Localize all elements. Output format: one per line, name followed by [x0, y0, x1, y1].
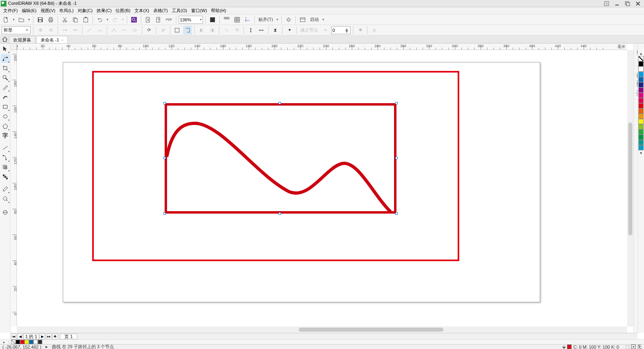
- export-button[interactable]: [154, 15, 163, 24]
- close-curve-button[interactable]: ◐: [197, 26, 206, 35]
- color-swatch[interactable]: [638, 135, 644, 140]
- open-button[interactable]: [17, 15, 26, 24]
- symmetric-node-button[interactable]: [130, 26, 139, 35]
- cusp-node-button[interactable]: [109, 26, 118, 35]
- show-guidelines-button[interactable]: [243, 15, 252, 24]
- align-nodes-h-button[interactable]: [246, 26, 255, 35]
- close-button[interactable]: [634, 1, 642, 6]
- align-nodes-v-button[interactable]: [257, 26, 266, 35]
- color-swatch[interactable]: [638, 103, 644, 108]
- color-swatch[interactable]: [20, 340, 25, 344]
- selection-handle[interactable]: [163, 157, 166, 159]
- selection-handle[interactable]: [395, 212, 398, 215]
- save-button[interactable]: [36, 15, 45, 24]
- redo-button[interactable]: [111, 15, 120, 24]
- color-swatch[interactable]: [638, 114, 644, 119]
- elastic-mode-button[interactable]: ⟳: [144, 26, 153, 35]
- ellipse-tool[interactable]: [1, 112, 10, 121]
- parallel-dimension-tool[interactable]: [1, 143, 10, 152]
- rectangle-tool[interactable]: [1, 102, 10, 111]
- reflect-nodes-button[interactable]: ⧗: [271, 26, 280, 35]
- show-grid-button[interactable]: [233, 15, 242, 24]
- to-line-button[interactable]: [85, 26, 94, 35]
- maximize-button[interactable]: [624, 1, 631, 6]
- join-nodes-button[interactable]: ⊶: [60, 26, 69, 35]
- connector-tool[interactable]: [1, 153, 10, 162]
- help-context-icon[interactable]: ?: [603, 1, 610, 6]
- drop-shadow-tool[interactable]: [1, 163, 10, 172]
- palette-down-icon[interactable]: ▼: [638, 150, 644, 156]
- color-swatch[interactable]: [638, 124, 644, 129]
- import-button[interactable]: [144, 15, 153, 24]
- tab-welcome[interactable]: 欢迎屏幕: [9, 36, 35, 43]
- crop-tool[interactable]: [1, 64, 10, 73]
- selection-handle[interactable]: [163, 212, 166, 215]
- color-swatch[interactable]: [638, 108, 644, 114]
- freehand-tool[interactable]: [1, 83, 10, 92]
- prev-page-button[interactable]: ◀: [17, 334, 23, 339]
- elastic-button[interactable]: ✦: [285, 26, 294, 35]
- menu-h[interactable]: 帮助(H): [209, 7, 227, 14]
- shape-tool[interactable]: [1, 54, 10, 63]
- cut-button[interactable]: [60, 15, 69, 24]
- launch-label[interactable]: 启动: [309, 17, 320, 23]
- color-swatch[interactable]: [638, 140, 644, 145]
- stretch-nodes-button[interactable]: ⤡: [222, 26, 231, 35]
- undo-button[interactable]: [95, 15, 104, 24]
- menu-f[interactable]: 文件(F): [2, 7, 19, 14]
- color-swatch[interactable]: [33, 340, 38, 344]
- shape-mode-select[interactable]: 矩形▾: [2, 26, 31, 34]
- color-swatch[interactable]: [638, 77, 644, 82]
- text-tool[interactable]: 字: [1, 131, 10, 140]
- add-node-button[interactable]: ⊕: [36, 26, 45, 35]
- home-icon[interactable]: [2, 36, 8, 43]
- curve-smoothness-button[interactable]: ∿: [321, 26, 330, 35]
- vertical-ruler[interactable]: 200180160140120100806040200-20: [10, 50, 17, 326]
- snap-label[interactable]: 贴齐(T): [257, 17, 274, 23]
- smoothness-input[interactable]: ▲▼: [331, 26, 351, 34]
- color-swatch[interactable]: [638, 119, 644, 124]
- color-swatch[interactable]: [638, 98, 644, 103]
- zoom-tool[interactable]: [1, 73, 10, 82]
- select-all-nodes-button[interactable]: ✱: [356, 26, 365, 35]
- delete-node-button[interactable]: ⊖: [46, 26, 55, 35]
- canvas[interactable]: [17, 50, 627, 326]
- color-swatch[interactable]: [638, 72, 644, 77]
- outline-indicator-icon[interactable]: ⬚: [625, 344, 630, 349]
- fill-color-swatch[interactable]: [567, 345, 572, 349]
- horizontal-ruler[interactable]: 0204060801001201401601802002202402602803…: [10, 44, 627, 50]
- outline-none-swatch[interactable]: [631, 345, 636, 349]
- color-swatch[interactable]: [638, 66, 644, 72]
- fullscreen-preview-button[interactable]: [208, 15, 217, 24]
- pick-tool[interactable]: [1, 44, 10, 53]
- smooth-node-button[interactable]: [120, 26, 129, 35]
- scrollbar-thumb[interactable]: [299, 328, 444, 332]
- color-swatch[interactable]: [25, 340, 29, 344]
- publish-pdf-button[interactable]: PDF: [165, 15, 173, 24]
- scrollbar-thumb[interactable]: [628, 123, 632, 235]
- menu-o[interactable]: 工具(O): [170, 7, 189, 14]
- first-page-button[interactable]: ⏮: [11, 334, 17, 339]
- zoom-level-input[interactable]: ▾: [179, 16, 203, 24]
- inner-rectangle-object[interactable]: [165, 103, 396, 214]
- paste-button[interactable]: [81, 15, 90, 24]
- no-color-swatch[interactable]: [11, 340, 16, 344]
- menu-t[interactable]: 表格(T): [152, 7, 169, 14]
- menu-c[interactable]: 效果(C): [95, 7, 113, 14]
- ruler-origin[interactable]: [10, 44, 17, 50]
- color-swatch[interactable]: [29, 340, 33, 344]
- menu-x[interactable]: 文本(X): [133, 7, 151, 14]
- new-button[interactable]: [2, 15, 10, 24]
- chevron-down-icon[interactable]: ▾: [199, 18, 202, 21]
- polygon-tool[interactable]: [1, 122, 10, 131]
- options-button[interactable]: [284, 15, 293, 24]
- reverse-direction-button[interactable]: ⇄: [159, 26, 167, 35]
- next-page-button[interactable]: ▶: [39, 334, 45, 339]
- artistic-media-tool[interactable]: [1, 93, 10, 102]
- menu-v[interactable]: 视图(V): [39, 7, 57, 14]
- extract-subpath-button[interactable]: [183, 26, 192, 35]
- bounding-box-button[interactable]: ◎: [370, 26, 379, 35]
- break-node-button[interactable]: ⊷: [71, 26, 80, 35]
- menu-e[interactable]: 编辑(E): [20, 7, 38, 14]
- to-curve-button[interactable]: [95, 26, 104, 35]
